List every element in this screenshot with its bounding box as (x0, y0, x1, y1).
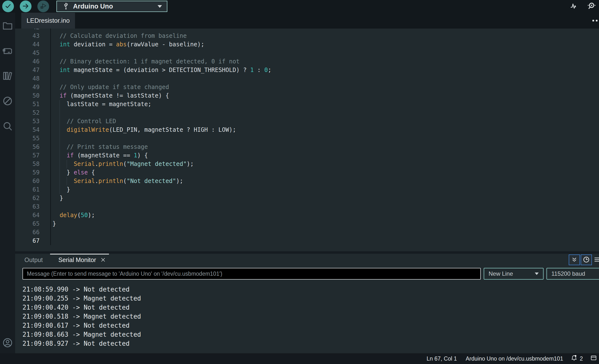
serial-output-line: 21:09:00.518 -> Magnet detected (22, 312, 599, 321)
code-text (50, 202, 599, 211)
timestamp-toggle-button[interactable] (581, 254, 592, 265)
notifications-button[interactable]: 2 (570, 354, 583, 363)
account-button[interactable] (2, 337, 13, 349)
code-text: int magnetState = (deviation > DETECTION… (50, 66, 599, 74)
code-line[interactable]: 55 (15, 134, 599, 143)
notification-count: 2 (580, 355, 583, 362)
sidebar-item-debug[interactable] (2, 95, 13, 107)
code-line[interactable]: 44 int deviation = abs(rawValue - baseli… (15, 40, 599, 49)
chevron-down-icon (158, 5, 162, 8)
sidebar-item-boards-manager[interactable] (2, 45, 13, 57)
code-line[interactable]: 67 (15, 237, 599, 245)
code-text (50, 29, 599, 32)
line-number: 48 (15, 74, 40, 83)
code-text: } (50, 185, 599, 194)
board-selector[interactable]: Arduino Uno (56, 1, 167, 12)
account-icon (2, 337, 13, 349)
line-number: 63 (15, 202, 40, 211)
arrow-right-icon (22, 3, 29, 10)
close-icon[interactable] (100, 257, 106, 263)
editor-column: LEDresistor.ino 4243 // Calculate deviat… (15, 13, 599, 353)
code-text: int deviation = abs(rawValue - baseline)… (50, 40, 599, 49)
upload-button[interactable] (20, 0, 32, 12)
code-line[interactable]: 49 // Only update if state changed (15, 83, 599, 91)
line-number: 52 (15, 109, 40, 117)
tab-overflow-button[interactable] (592, 13, 599, 29)
line-number: 50 (15, 91, 40, 100)
line-number: 42 (15, 29, 40, 32)
line-number: 44 (15, 40, 40, 49)
code-line[interactable]: 52 (15, 109, 599, 117)
code-line[interactable]: 62 } (15, 194, 599, 202)
code-line[interactable]: 47 int magnetState = (deviation > DETECT… (15, 66, 599, 74)
editor-horizontal-scrollbar[interactable] (15, 251, 599, 254)
baud-rate-select[interactable]: 115200 baud (546, 268, 599, 280)
code-line[interactable]: 54 digitalWrite(LED_PIN, magnetState ? H… (15, 126, 599, 134)
code-line[interactable]: 59 } else { (15, 168, 599, 177)
serial-monitor-button[interactable] (587, 1, 596, 11)
code-line[interactable]: 46 // Binary detection: 1 if magnet dete… (15, 57, 599, 66)
board-selector-label: Arduino Uno (73, 3, 113, 10)
code-line[interactable]: 42 (15, 29, 599, 32)
window-panel-icon (590, 354, 597, 363)
code-text: // Calculate deviation from baseline (50, 32, 599, 40)
line-number: 59 (15, 168, 40, 177)
cursor-position[interactable]: Ln 67, Col 1 (427, 355, 457, 362)
line-number: 66 (15, 228, 40, 237)
sidebar-item-sketchbook[interactable] (2, 20, 13, 32)
main-area: LEDresistor.ino 4243 // Calculate deviat… (0, 13, 599, 353)
library-icon (2, 70, 13, 82)
code-line[interactable]: 45 (15, 49, 599, 57)
code-text: // Print status message (50, 143, 599, 151)
line-number: 49 (15, 83, 40, 91)
line-number: 64 (15, 211, 40, 220)
code-line[interactable]: 50 if (magnetState != lastState) { (15, 91, 599, 100)
serial-output[interactable]: 21:08:59.990 -> Not detected21:09:00.255… (15, 280, 599, 348)
code-line[interactable]: 64 delay(50); (15, 211, 599, 220)
code-text: Serial.println("Magnet detected"); (50, 160, 599, 168)
line-ending-select[interactable]: New Line (484, 268, 544, 280)
autoscroll-toggle-button[interactable] (569, 254, 580, 265)
toolbar: Arduino Uno (0, 0, 599, 13)
verify-button[interactable] (2, 0, 14, 12)
code-line[interactable]: 56 // Print status message (15, 143, 599, 151)
code-line[interactable]: 51 lastState = magnetState; (15, 100, 599, 109)
toggle-panel-button[interactable] (590, 354, 597, 363)
line-number: 55 (15, 134, 40, 143)
sidebar-item-library-manager[interactable] (2, 70, 13, 82)
code-line[interactable]: 61 } (15, 185, 599, 194)
code-editor[interactable]: 4243 // Calculate deviation from baselin… (15, 29, 599, 251)
code-line[interactable]: 63 (15, 202, 599, 211)
line-number: 47 (15, 66, 40, 74)
code-text (50, 74, 599, 83)
menu-icon (594, 256, 599, 264)
toolbar-right (570, 1, 599, 11)
tab-output[interactable]: Output (24, 256, 43, 263)
code-text: Serial.println("Not detected"); (50, 177, 599, 185)
tab-sketch[interactable]: LEDresistor.ino (21, 13, 75, 29)
code-text: } (50, 220, 599, 228)
serial-plotter-button[interactable] (570, 2, 578, 11)
tab-output-label: Output (24, 256, 43, 263)
line-number: 57 (15, 151, 40, 160)
code-line[interactable]: 57 if (magnetState == 1) { (15, 151, 599, 160)
code-line[interactable]: 65} (15, 220, 599, 228)
sidebar-item-search[interactable] (2, 121, 13, 132)
code-line[interactable]: 60 Serial.println("Not detected"); (15, 177, 599, 185)
tab-serial-monitor[interactable]: Serial Monitor (58, 256, 106, 263)
code-line[interactable]: 43 // Calculate deviation from baseline (15, 32, 599, 40)
code-line[interactable]: 58 Serial.println("Magnet detected"); (15, 160, 599, 168)
code-line[interactable]: 66 (15, 228, 599, 237)
debug-button[interactable] (37, 0, 49, 12)
code-line[interactable]: 48 (15, 74, 599, 83)
panel-menu-button[interactable] (593, 254, 599, 265)
code-line[interactable]: 53 // Control LED (15, 117, 599, 126)
serial-output-line: 21:09:00.255 -> Magnet detected (22, 294, 599, 303)
baud-rate-value: 115200 baud (551, 270, 585, 277)
serial-message-input[interactable] (22, 268, 481, 280)
usb-icon (62, 2, 70, 11)
code-text: if (magnetState != lastState) { (50, 91, 599, 100)
magnifier-dot-icon (587, 1, 596, 11)
code-text: } (50, 194, 599, 202)
panel-header: Output Serial Monitor (15, 254, 599, 266)
